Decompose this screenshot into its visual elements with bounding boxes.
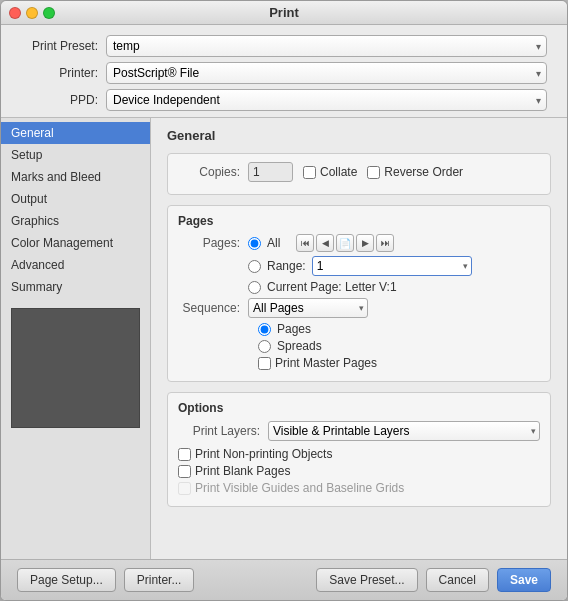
indent-options: Pages Spreads Print Master Pages bbox=[258, 322, 540, 373]
print-non-printing-label[interactable]: Print Non-printing Objects bbox=[178, 447, 540, 461]
sequence-select[interactable]: All Pages Even Pages Odd Pages bbox=[248, 298, 368, 318]
first-page-btn[interactable]: ⏮ bbox=[296, 234, 314, 252]
ppd-row: PPD: Device Independent bbox=[21, 89, 547, 111]
last-page-btn[interactable]: ⏭ bbox=[376, 234, 394, 252]
printer-label: Printer: bbox=[21, 66, 106, 80]
printer-select[interactable]: PostScript® File bbox=[106, 62, 547, 84]
next-page-btn[interactable]: ▶ bbox=[356, 234, 374, 252]
sidebar-item-output[interactable]: Output bbox=[1, 188, 150, 210]
sidebar-item-advanced[interactable]: Advanced bbox=[1, 254, 150, 276]
print-preset-label: Print Preset: bbox=[21, 39, 106, 53]
copies-row: Copies: Collate Reverse Order bbox=[178, 162, 540, 182]
current-page-radio[interactable] bbox=[248, 281, 261, 294]
pages-view-radio[interactable] bbox=[258, 323, 271, 336]
section-title: General bbox=[167, 128, 551, 143]
reverse-order-checkbox[interactable] bbox=[367, 166, 380, 179]
copies-section: Copies: Collate Reverse Order bbox=[167, 153, 551, 195]
print-layers-select[interactable]: Visible & Printable Layers Visible Layer… bbox=[268, 421, 540, 441]
cancel-button[interactable]: Cancel bbox=[426, 568, 489, 592]
print-preset-row: Print Preset: temp bbox=[21, 35, 547, 57]
print-master-pages-label[interactable]: Print Master Pages bbox=[258, 356, 540, 370]
print-preset-select[interactable]: temp bbox=[106, 35, 547, 57]
ppd-select-wrapper: Device Independent bbox=[106, 89, 547, 111]
nav-controls: ⏮ ◀ 📄 ▶ ⏭ bbox=[296, 234, 394, 252]
pages-current-row: Current Page: Letter V:1 bbox=[178, 280, 540, 294]
save-button[interactable]: Save bbox=[497, 568, 551, 592]
page-preview bbox=[11, 308, 140, 428]
print-non-printing-checkbox[interactable] bbox=[178, 448, 191, 461]
print-visible-guides-checkbox bbox=[178, 482, 191, 495]
maximize-button[interactable] bbox=[43, 7, 55, 19]
window-controls bbox=[9, 7, 55, 19]
bottom-bar: Page Setup... Printer... Save Preset... … bbox=[1, 559, 567, 600]
sequence-row: Sequence: All Pages Even Pages Odd Pages bbox=[178, 298, 540, 318]
print-layers-label: Print Layers: bbox=[178, 424, 268, 438]
content-area: General Copies: Collate Reverse Order bbox=[151, 118, 567, 559]
reverse-order-label[interactable]: Reverse Order bbox=[367, 165, 463, 179]
main-area: General Setup Marks and Bleed Output Gra… bbox=[1, 117, 567, 559]
sequence-select-wrapper: All Pages Even Pages Odd Pages bbox=[248, 298, 368, 318]
ppd-select[interactable]: Device Independent bbox=[106, 89, 547, 111]
options-title: Options bbox=[178, 401, 540, 415]
collate-checkbox[interactable] bbox=[303, 166, 316, 179]
ppd-label: PPD: bbox=[21, 93, 106, 107]
range-select-wrapper: 1 bbox=[312, 256, 472, 276]
printer-select-wrapper: PostScript® File bbox=[106, 62, 547, 84]
copies-label: Copies: bbox=[178, 165, 248, 179]
current-radio-row: Current Page: Letter V:1 bbox=[248, 280, 397, 294]
print-dialog: Print Print Preset: temp Printer: PostSc… bbox=[0, 0, 568, 601]
sidebar-item-graphics[interactable]: Graphics bbox=[1, 210, 150, 232]
range-select[interactable]: 1 bbox=[312, 256, 472, 276]
prev-page-btn[interactable]: ◀ bbox=[316, 234, 334, 252]
copies-input[interactable] bbox=[248, 162, 293, 182]
print-preset-select-wrapper: temp bbox=[106, 35, 547, 57]
top-fields: Print Preset: temp Printer: PostScript® … bbox=[1, 25, 567, 117]
printer-button[interactable]: Printer... bbox=[124, 568, 195, 592]
print-master-pages-checkbox[interactable] bbox=[258, 357, 271, 370]
print-visible-guides-label: Print Visible Guides and Baseline Grids bbox=[178, 481, 540, 495]
print-layers-row: Print Layers: Visible & Printable Layers… bbox=[178, 421, 540, 441]
close-button[interactable] bbox=[9, 7, 21, 19]
sidebar-item-color-management[interactable]: Color Management bbox=[1, 232, 150, 254]
collate-label[interactable]: Collate bbox=[303, 165, 357, 179]
save-preset-button[interactable]: Save Preset... bbox=[316, 568, 417, 592]
print-blank-pages-label[interactable]: Print Blank Pages bbox=[178, 464, 540, 478]
sidebar-item-setup[interactable]: Setup bbox=[1, 144, 150, 166]
sidebar: General Setup Marks and Bleed Output Gra… bbox=[1, 118, 151, 559]
spreads-radio-row: Spreads bbox=[258, 339, 540, 353]
page-setup-button[interactable]: Page Setup... bbox=[17, 568, 116, 592]
print-blank-pages-checkbox[interactable] bbox=[178, 465, 191, 478]
sidebar-item-marks-and-bleed[interactable]: Marks and Bleed bbox=[1, 166, 150, 188]
sidebar-item-general[interactable]: General bbox=[1, 122, 150, 144]
pages-label: Pages: bbox=[178, 236, 248, 250]
insert-page-btn[interactable]: 📄 bbox=[336, 234, 354, 252]
all-radio[interactable] bbox=[248, 237, 261, 250]
sequence-label: Sequence: bbox=[178, 301, 248, 315]
sidebar-item-summary[interactable]: Summary bbox=[1, 276, 150, 298]
minimize-button[interactable] bbox=[26, 7, 38, 19]
window-title: Print bbox=[269, 5, 299, 20]
print-layers-select-wrapper: Visible & Printable Layers Visible Layer… bbox=[268, 421, 540, 441]
pages-title: Pages bbox=[178, 214, 540, 228]
range-radio-row: Range: 1 bbox=[248, 256, 472, 276]
printer-row: Printer: PostScript® File bbox=[21, 62, 547, 84]
pages-radio-row: Pages bbox=[258, 322, 540, 336]
pages-all-row: Pages: All ⏮ ◀ 📄 ▶ ⏭ bbox=[178, 234, 540, 252]
pages-range-row: Range: 1 bbox=[178, 256, 540, 276]
spreads-radio[interactable] bbox=[258, 340, 271, 353]
range-radio[interactable] bbox=[248, 260, 261, 273]
title-bar: Print bbox=[1, 1, 567, 25]
pages-section: Pages Pages: All ⏮ ◀ 📄 ▶ ⏭ bbox=[167, 205, 551, 382]
options-section: Options Print Layers: Visible & Printabl… bbox=[167, 392, 551, 507]
all-radio-row: All ⏮ ◀ 📄 ▶ ⏭ bbox=[248, 234, 394, 252]
